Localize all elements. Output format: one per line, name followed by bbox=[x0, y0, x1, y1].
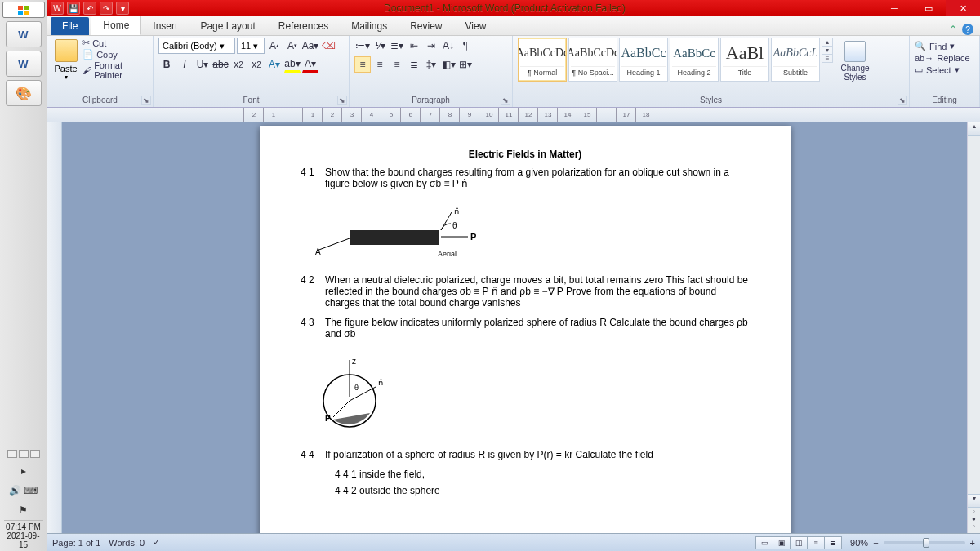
change-styles-button[interactable]: Change Styles bbox=[836, 38, 874, 82]
view-full-screen[interactable]: ▣ bbox=[773, 536, 791, 549]
ribbon-minimize-icon[interactable]: ⌃ bbox=[949, 24, 957, 35]
font-color-button[interactable]: A▾ bbox=[302, 56, 318, 73]
style-title[interactable]: AaBlTitle bbox=[720, 38, 769, 82]
taskbar-word2-icon[interactable]: W bbox=[6, 51, 42, 77]
bullets-button[interactable]: ≔▾ bbox=[354, 38, 371, 54]
underline-button[interactable]: U▾ bbox=[194, 56, 211, 73]
vertical-ruler[interactable] bbox=[47, 122, 62, 533]
view-print-layout[interactable]: ▭ bbox=[755, 536, 773, 549]
paragraph-label: Paragraph bbox=[354, 95, 507, 105]
cut-button[interactable]: ✂ Cut bbox=[82, 38, 148, 48]
tray-clock[interactable]: 07:14 PM 2021-09-15 bbox=[4, 520, 43, 551]
svg-text:Aerial: Aerial bbox=[438, 250, 457, 258]
next-page-icon[interactable]: ◦ bbox=[968, 522, 980, 530]
grow-font-button[interactable]: A▴ bbox=[266, 38, 283, 54]
figure-2: z n̂ P θ bbox=[301, 356, 399, 438]
tab-mailings[interactable]: Mailings bbox=[340, 17, 399, 35]
prev-page-icon[interactable]: ◦ bbox=[968, 508, 980, 515]
style-heading2[interactable]: AaBbCcHeading 2 bbox=[670, 38, 719, 82]
align-right-button[interactable]: ≡ bbox=[389, 56, 405, 73]
bold-button[interactable]: B bbox=[158, 56, 175, 73]
line-spacing-button[interactable]: ‡▾ bbox=[423, 56, 439, 73]
tab-insert[interactable]: Insert bbox=[141, 17, 189, 35]
outdent-button[interactable]: ⇤ bbox=[406, 38, 422, 54]
view-web-layout[interactable]: ◫ bbox=[790, 536, 808, 549]
style-normal[interactable]: AaBbCcDc¶ Normal bbox=[518, 38, 567, 82]
zoom-slider[interactable] bbox=[884, 541, 965, 544]
status-page[interactable]: Page: 1 of 1 bbox=[52, 538, 100, 548]
qat-word-icon[interactable]: W bbox=[51, 2, 64, 15]
tray-date: 2021-09-15 bbox=[4, 531, 43, 549]
indent-button[interactable]: ⇥ bbox=[423, 38, 439, 54]
italic-button[interactable]: I bbox=[176, 56, 193, 73]
align-center-button[interactable]: ≡ bbox=[372, 56, 388, 73]
view-outline[interactable]: ≡ bbox=[807, 536, 825, 549]
qat-redo-icon[interactable]: ↷ bbox=[100, 2, 113, 15]
shading-button[interactable]: ◧▾ bbox=[440, 56, 457, 73]
change-case-button[interactable]: Aa▾ bbox=[302, 38, 318, 54]
browse-object-icon[interactable]: ● bbox=[968, 515, 980, 522]
multilevel-button[interactable]: ≣▾ bbox=[389, 38, 405, 54]
borders-button[interactable]: ⊞▾ bbox=[457, 56, 474, 73]
justify-button[interactable]: ≣ bbox=[406, 56, 422, 73]
format-painter-button[interactable]: 🖌 Format Painter bbox=[82, 60, 148, 80]
sort-button[interactable]: A↓ bbox=[440, 38, 457, 54]
align-left-button[interactable]: ≡ bbox=[354, 56, 371, 73]
clipboard-launcher[interactable]: ⬊ bbox=[141, 96, 151, 105]
style-nospacing[interactable]: AaBbCcDc¶ No Spaci... bbox=[568, 38, 617, 82]
scroll-down-icon[interactable]: ▾ bbox=[968, 494, 980, 507]
document-page[interactable]: Electric Fields in Matter) 4 1Show that … bbox=[260, 126, 791, 533]
text-effects-button[interactable]: A▾ bbox=[266, 56, 283, 73]
taskbar-word-icon[interactable]: W bbox=[6, 21, 42, 47]
superscript-button[interactable]: x2 bbox=[248, 56, 265, 73]
tray-action-icon[interactable]: ⚑ bbox=[6, 500, 42, 520]
highlight-button[interactable]: ab▾ bbox=[284, 56, 301, 73]
font-name-select[interactable]: Calibri (Body) ▾ bbox=[158, 38, 235, 54]
font-size-select[interactable]: 11 ▾ bbox=[237, 38, 265, 54]
tab-home[interactable]: Home bbox=[91, 16, 141, 35]
qat-customize-icon[interactable]: ▾ bbox=[116, 2, 129, 15]
styles-gallery-scroll[interactable]: ▴▾≡ bbox=[822, 38, 833, 62]
clear-formatting-button[interactable]: ⌫ bbox=[320, 38, 336, 54]
tab-file[interactable]: File bbox=[51, 17, 89, 35]
styles-launcher[interactable]: ⬊ bbox=[898, 96, 907, 105]
replace-button[interactable]: ab→ Replace bbox=[915, 53, 974, 63]
status-proof-icon[interactable]: ✓ bbox=[153, 537, 160, 548]
qat-save-icon[interactable]: 💾 bbox=[67, 2, 80, 15]
help-icon[interactable]: ? bbox=[962, 24, 973, 35]
style-subtitle[interactable]: AaBbCcLSubtitle bbox=[771, 38, 820, 82]
paste-button[interactable]: Paste ▾ bbox=[52, 38, 79, 81]
status-words[interactable]: Words: 0 bbox=[109, 538, 145, 548]
taskbar-paint-icon[interactable]: 🎨 bbox=[6, 80, 42, 106]
tray-volume-icon[interactable]: 🔊 ⌨ bbox=[6, 481, 42, 500]
strikethrough-button[interactable]: abc bbox=[212, 56, 229, 73]
maximize-button[interactable]: ▭ bbox=[911, 0, 946, 16]
scroll-up-icon[interactable]: ▴ bbox=[968, 122, 980, 136]
view-draft[interactable]: ≣ bbox=[824, 536, 842, 549]
minimize-button[interactable]: ─ bbox=[877, 0, 911, 16]
zoom-in-button[interactable]: + bbox=[970, 538, 975, 548]
zoom-out-button[interactable]: − bbox=[873, 538, 878, 548]
pager[interactable] bbox=[7, 450, 40, 458]
tab-references[interactable]: References bbox=[267, 17, 340, 35]
font-launcher[interactable]: ⬊ bbox=[337, 96, 347, 105]
horizontal-ruler[interactable]: 211234567891011121314151718 bbox=[47, 108, 980, 122]
show-marks-button[interactable]: ¶ bbox=[457, 38, 474, 54]
subscript-button[interactable]: x2 bbox=[230, 56, 247, 73]
vertical-scrollbar[interactable]: ▴ ▾ ◦ ● ◦ bbox=[967, 122, 980, 533]
paragraph-launcher[interactable]: ⬊ bbox=[501, 96, 510, 105]
select-button[interactable]: ▭ Select ▾ bbox=[915, 64, 974, 75]
find-button[interactable]: 🔍 Find ▾ bbox=[915, 41, 974, 51]
zoom-level[interactable]: 90% bbox=[850, 538, 868, 548]
close-button[interactable]: ✕ bbox=[946, 0, 980, 16]
tab-review[interactable]: Review bbox=[399, 17, 453, 35]
show-desktop[interactable]: ▸ bbox=[6, 461, 42, 481]
start-button[interactable] bbox=[2, 2, 45, 18]
qat-undo-icon[interactable]: ↶ bbox=[83, 2, 96, 15]
tab-view[interactable]: View bbox=[454, 17, 498, 35]
shrink-font-button[interactable]: A▾ bbox=[284, 38, 301, 54]
tab-page-layout[interactable]: Page Layout bbox=[189, 17, 266, 35]
copy-button[interactable]: 📄 Copy bbox=[82, 49, 148, 60]
numbering-button[interactable]: ⅟▾ bbox=[372, 38, 388, 54]
style-heading1[interactable]: AaBbCcHeading 1 bbox=[619, 38, 668, 82]
